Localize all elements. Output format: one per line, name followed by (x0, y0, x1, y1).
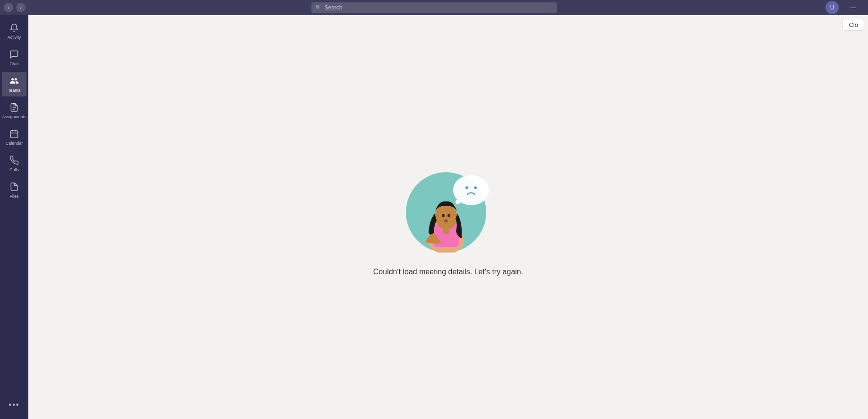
content-area: Clo (28, 15, 868, 419)
nav-forward-button[interactable]: › (16, 3, 26, 12)
error-illustration (401, 158, 496, 253)
activity-label: Activity (8, 35, 21, 40)
calls-icon (9, 156, 19, 166)
search-bar[interactable]: 🔍 (311, 2, 557, 13)
minimize-button[interactable]: — (842, 0, 864, 15)
calls-label: Calls (9, 168, 19, 172)
sidebar-item-assignments[interactable]: Assignments (2, 98, 26, 123)
assignments-icon (9, 103, 19, 113)
chat-icon (9, 50, 19, 61)
svg-rect-20 (443, 228, 449, 234)
activity-icon (9, 23, 19, 34)
svg-point-17 (442, 214, 445, 218)
teams-icon (9, 76, 19, 87)
chat-label: Chat (9, 62, 18, 66)
search-input[interactable] (325, 4, 553, 11)
search-icon: 🔍 (315, 5, 322, 11)
svg-rect-3 (11, 131, 18, 138)
sidebar-item-teams[interactable]: Teams (2, 72, 26, 96)
nav-buttons: ‹ › (4, 3, 26, 12)
svg-point-11 (455, 200, 460, 204)
nav-back-button[interactable]: ‹ (4, 3, 13, 12)
titlebar: ‹ › 🔍 U — (0, 0, 868, 15)
svg-point-10 (474, 186, 477, 189)
titlebar-right: U — (825, 0, 864, 15)
error-container: Couldn't load meeting details. Let's try… (373, 158, 523, 276)
sidebar-item-activity[interactable]: Activity (2, 19, 26, 44)
teams-label: Teams (8, 88, 21, 93)
error-message: Couldn't load meeting details. Let's try… (373, 268, 523, 276)
svg-point-19 (444, 219, 448, 223)
avatar[interactable]: U (825, 1, 839, 14)
more-apps-button[interactable]: ••• (2, 396, 26, 413)
files-label: Files (9, 194, 18, 199)
app-body: Activity Chat Teams (0, 15, 868, 419)
svg-point-9 (465, 186, 468, 189)
svg-point-16 (435, 205, 457, 229)
sidebar-item-calls[interactable]: Calls (2, 151, 26, 176)
files-icon (9, 182, 19, 193)
calendar-icon (9, 129, 19, 140)
close-panel-button[interactable]: Clo (842, 19, 864, 31)
sidebar-item-chat[interactable]: Chat (2, 45, 26, 70)
sidebar: Activity Chat Teams (0, 15, 28, 419)
assignments-label: Assignments (2, 115, 26, 119)
window-controls: — (842, 0, 864, 15)
sidebar-item-calendar[interactable]: Calendar (2, 125, 26, 149)
calendar-label: Calendar (6, 141, 23, 146)
sidebar-item-files[interactable]: Files (2, 178, 26, 202)
svg-point-18 (447, 214, 450, 218)
